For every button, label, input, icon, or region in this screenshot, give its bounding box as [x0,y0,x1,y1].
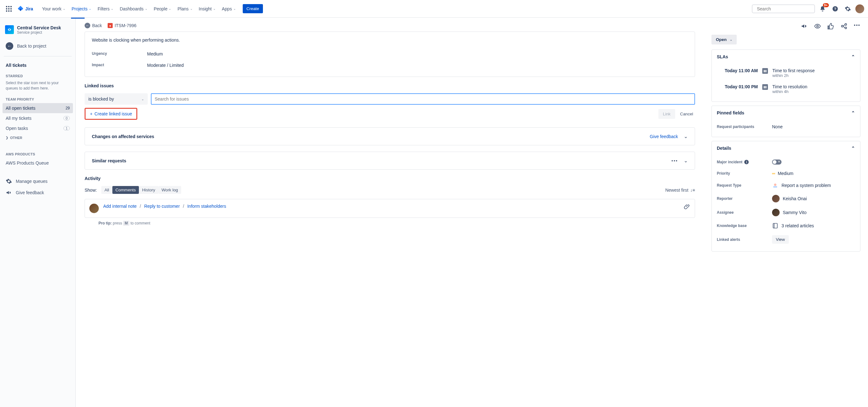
similar-heading: Similar requests [92,158,126,163]
search-input[interactable] [757,6,812,11]
changes-panel[interactable]: Changes on affected services Give feedba… [85,127,695,145]
app-switcher-icon[interactable] [4,4,14,14]
chevron-down-icon[interactable]: ⌄ [684,158,688,164]
nav-dashboards[interactable]: Dashboards⌄ [117,4,151,14]
nav-people[interactable]: People⌄ [151,4,175,14]
comment-composer: Add internal note / Reply to customer / … [85,199,695,218]
summary-box: Website is clocking when performing acti… [85,32,695,77]
changes-heading: Changes on affected services [92,134,154,139]
priority-medium-icon: ═ [772,171,775,176]
pause-icon: ▮▮ [762,84,768,90]
pinned-header[interactable]: Pinned fields ⌃ [712,106,860,120]
tab-history[interactable]: History [139,186,158,194]
assignee-label: Assignee [717,210,772,215]
link-search-input[interactable] [151,93,695,105]
svg-point-14 [841,25,843,27]
nav-projects[interactable]: Projects⌄ [68,4,95,14]
starred-hint: Select the star icon next to your queues… [2,80,73,94]
chevron-down-icon[interactable]: ⌄ [684,133,688,139]
feedback-icon[interactable] [801,23,808,30]
changes-feedback-link[interactable]: Give feedback [650,134,678,139]
manage-queues[interactable]: Manage queues [2,176,73,187]
watch-icon[interactable] [814,23,821,30]
jira-logo[interactable]: Jira [15,4,35,13]
major-incident-toggle[interactable]: ✕ [772,160,781,165]
svg-rect-21 [773,224,777,228]
more-icon[interactable]: ••• [671,158,678,163]
assignee-avatar [772,209,780,216]
similar-requests-panel[interactable]: Similar requests ••• ⌄ [85,151,695,170]
urgency-label: Urgency [92,52,147,57]
svg-rect-8 [10,10,12,12]
svg-rect-1 [8,6,9,7]
svg-rect-2 [10,6,12,7]
attachment-icon[interactable] [684,204,690,210]
priority-value[interactable]: ═ Medium [772,171,794,176]
add-internal-note[interactable]: Add internal note [103,204,137,209]
jira-logo-text: Jira [25,6,33,11]
back-to-project[interactable]: ← Back to project [2,40,73,52]
sla-row: Today 11:00 AM▮▮Time to first responsewi… [717,65,855,81]
settings-icon[interactable] [843,4,853,14]
team-priority-heading: TEAM PRIORITY [2,94,73,103]
queue-all-my-tickets[interactable]: All my tickets0 [2,113,73,123]
tab-comments[interactable]: Comments [112,186,139,194]
other-toggle[interactable]: ❯ OTHER [2,133,73,142]
notifications-icon[interactable]: 9+ [817,4,828,14]
create-button[interactable]: Create [243,4,263,13]
cancel-button[interactable]: Cancel [678,109,695,119]
link-type-select[interactable]: is blocked by ⌄ [85,93,148,105]
profile-avatar[interactable] [856,4,864,13]
sort-toggle[interactable]: Newest first ↓≡ [665,188,695,193]
request-participants-value[interactable]: None [772,124,782,129]
assignee-value[interactable]: Sammy Vito [772,209,806,216]
request-type-value[interactable]: Report a system problem [772,182,831,189]
link-button[interactable]: Link [658,109,675,119]
details-header[interactable]: Details ⌃ [712,141,860,155]
gear-icon [6,178,12,184]
global-search[interactable] [752,4,815,13]
project-icon [5,25,14,34]
all-tickets-link[interactable]: All tickets [2,60,73,70]
notifications-badge: 9+ [823,3,829,7]
chevron-down-icon: ⌄ [142,97,144,101]
nav-insight[interactable]: Insight⌄ [196,4,219,14]
slas-header[interactable]: SLAs ⌃ [712,50,860,64]
nav-apps[interactable]: Apps⌄ [219,4,239,14]
nav-your-work[interactable]: Your work⌄ [39,4,68,14]
aws-heading: AWS PRODUCTS [2,148,73,158]
inform-stakeholders[interactable]: Inform stakeholders [187,204,226,209]
create-linked-issue-button[interactable]: + Create linked issue [85,108,137,120]
info-icon[interactable]: i [744,160,749,164]
issue-key[interactable]: ● ITSM-7996 [107,23,136,28]
reporter-value[interactable]: Keisha Onai [772,195,807,202]
share-icon[interactable] [841,23,847,30]
kb-value[interactable]: 3 related articles [772,223,814,229]
tab-all[interactable]: All [101,186,112,194]
tab-work-log[interactable]: Work log [158,186,181,194]
sort-icon: ↓≡ [690,188,695,193]
chevron-down-icon: ⌄ [730,38,732,41]
like-icon[interactable] [827,23,834,30]
queue-all-open-tickets[interactable]: All open tickets29 [2,103,73,113]
reply-to-customer[interactable]: Reply to customer [144,204,180,209]
request-type-icon [772,182,778,189]
megaphone-icon [6,190,12,196]
aws-queue[interactable]: AWS Products Queue [2,158,73,168]
svg-rect-5 [10,8,12,9]
view-alerts-button[interactable]: View [772,235,789,244]
nav-plans[interactable]: Plans⌄ [174,4,195,14]
give-feedback[interactable]: Give feedback [2,187,73,198]
queue-open-tasks[interactable]: Open tasks1 [2,123,73,133]
help-icon[interactable]: ? [830,4,840,14]
book-icon [772,223,778,229]
status-dropdown[interactable]: Open ⌄ [711,35,737,44]
back-icon: ← [85,23,90,28]
back-arrow-icon: ← [6,42,13,50]
svg-rect-0 [6,6,7,7]
nav-filters[interactable]: Filters⌄ [94,4,117,14]
more-icon[interactable]: ••• [854,23,861,30]
svg-line-18 [843,27,845,28]
pause-icon: ▮▮ [762,68,768,74]
back-button[interactable]: ← Back [85,23,102,28]
